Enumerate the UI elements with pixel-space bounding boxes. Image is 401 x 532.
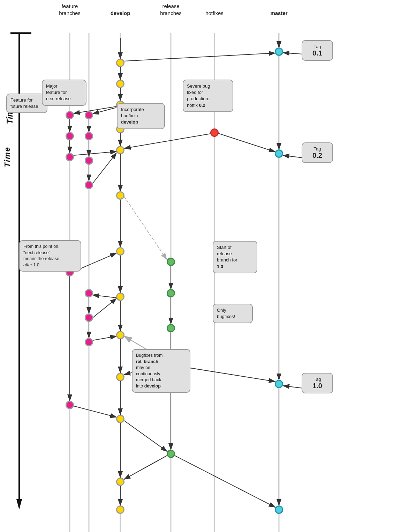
tag-box-02: Tag 0.2 <box>302 142 333 163</box>
svg-line-57 <box>93 295 116 298</box>
release-node-3 <box>167 324 175 332</box>
release-node-2 <box>167 289 175 297</box>
feature1-node-2 <box>66 132 74 140</box>
feature2-node-4 <box>85 181 93 189</box>
tag-box-01: Tag 0.1 <box>302 40 333 61</box>
col-header-develop: develop <box>103 10 138 17</box>
svg-line-44 <box>74 152 116 155</box>
bubble-start-release: Start ofreleasebranch for1.0 <box>213 241 257 273</box>
feature2-node-3 <box>85 156 93 165</box>
master-node-10 <box>275 380 283 388</box>
master-node-01 <box>275 47 283 56</box>
svg-line-48 <box>124 197 167 259</box>
feature2-node-6 <box>85 313 93 322</box>
bubble-only-bugfixes: Onlybugfixes! <box>213 304 253 323</box>
develop-node-1 <box>116 59 124 67</box>
feature1-node-5 <box>66 401 74 409</box>
svg-marker-1 <box>16 499 22 510</box>
bubble-feature-future: Feature for future release <box>6 94 47 113</box>
feature2-node-7 <box>85 338 93 346</box>
svg-line-41 <box>124 53 275 61</box>
feature2-node-2 <box>85 132 93 140</box>
feature2-node-5 <box>85 289 93 297</box>
bubble-incorporate-bugfix: Incorporatebugfix indevelop <box>117 103 165 129</box>
svg-line-46 <box>124 134 211 148</box>
bubble-next-release: From this point on,"next release"means t… <box>19 240 81 272</box>
feature1-node-1 <box>66 111 74 119</box>
develop-node-12 <box>116 478 124 486</box>
svg-line-61 <box>283 155 303 158</box>
develop-node-13 <box>116 505 124 514</box>
develop-node-11 <box>116 415 124 423</box>
bubble-severe-bug: Severe bugfixed forproduction:hotfix 0.2 <box>183 80 233 112</box>
col-header-feature: feature branches <box>49 3 91 16</box>
time-axis-label: Time <box>3 147 12 167</box>
svg-line-43 <box>93 108 116 114</box>
develop-node-2 <box>116 80 124 88</box>
develop-node-8 <box>116 293 124 301</box>
svg-line-62 <box>283 386 303 388</box>
svg-line-47 <box>218 133 275 152</box>
svg-line-60 <box>283 53 303 54</box>
feature2-node-1 <box>85 111 93 119</box>
master-node-02 <box>275 149 283 158</box>
hotfix-node-1 <box>210 128 219 137</box>
develop-node-9 <box>116 331 124 339</box>
develop-node-7 <box>116 247 124 256</box>
svg-line-54 <box>93 336 116 340</box>
develop-node-10 <box>116 373 124 381</box>
svg-line-58 <box>124 421 167 451</box>
develop-node-5 <box>116 146 124 154</box>
svg-line-42 <box>74 106 116 113</box>
diagram: feature branches develop release branche… <box>0 0 401 532</box>
svg-line-51 <box>124 456 167 479</box>
svg-line-56 <box>93 298 116 318</box>
release-node-5 <box>167 450 175 458</box>
tag-box-10: Tag 1.0 <box>302 373 333 393</box>
release-node-1 <box>167 258 175 266</box>
svg-line-55 <box>74 406 116 417</box>
master-node-final <box>275 505 283 514</box>
develop-node-6 <box>116 191 124 200</box>
bubble-major-feature: Majorfeature fornext release <box>42 80 86 106</box>
feature1-node-3 <box>66 153 74 161</box>
bubble-bugfixes-from: Bugfixes fromrel. branchmay becontinuous… <box>132 349 190 393</box>
svg-line-59 <box>175 456 275 507</box>
col-header-hotfixes: hotfixes <box>195 10 234 17</box>
col-header-master: master <box>260 10 298 17</box>
svg-line-45 <box>93 153 116 183</box>
col-header-release: release branches <box>150 3 192 16</box>
